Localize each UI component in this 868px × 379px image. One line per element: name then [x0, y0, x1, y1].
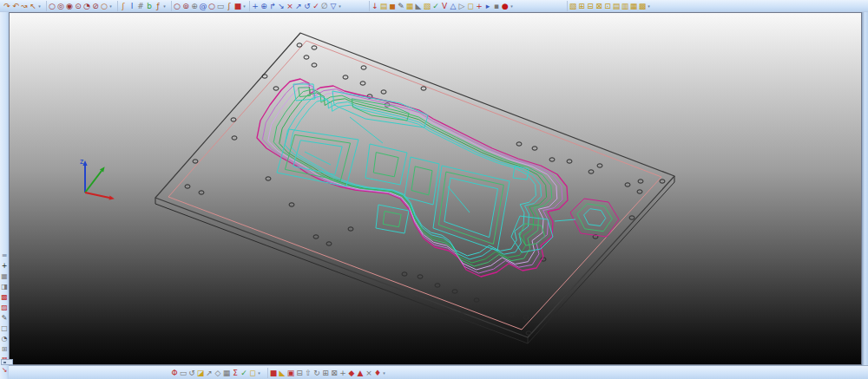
circle-center-radius-tool-icon[interactable]: ○: [48, 1, 56, 11]
annotation-tool-icon[interactable]: @: [199, 1, 207, 11]
group-overflow-chevron[interactable]: ▾: [162, 1, 167, 11]
toolbar-grip-icon[interactable]: ≡: [0, 251, 9, 261]
line-tool-icon[interactable]: ↖: [29, 1, 37, 11]
layer-grid-icon[interactable]: ▩: [638, 1, 647, 11]
delete-entity-tool-icon[interactable]: ×: [286, 1, 294, 11]
drill-operation-icon[interactable]: ↓: [371, 1, 379, 11]
run-cycle-icon[interactable]: ●: [501, 1, 510, 11]
sim-collision-check-icon[interactable]: ◆: [347, 367, 356, 379]
crosshair-tool-icon[interactable]: +: [0, 261, 9, 271]
sim-target-view-icon[interactable]: ▣: [286, 367, 295, 379]
hatch-tool-icon[interactable]: #: [136, 1, 145, 11]
view-window-icon[interactable]: ◻: [248, 367, 257, 379]
ellipse-tool-icon[interactable]: ○: [100, 1, 108, 11]
workplane-toggle-icon[interactable]: ◨: [0, 282, 9, 292]
undo-transform-tool-icon[interactable]: ↺: [303, 1, 312, 11]
mirror-tool-icon[interactable]: ↗: [294, 1, 303, 11]
toolbar-drag-handle[interactable]: [1, 359, 13, 365]
history-tool-icon[interactable]: ◔: [0, 334, 9, 344]
tool-library-icon[interactable]: ▪: [492, 1, 501, 11]
rough-operation-icon[interactable]: △: [449, 1, 457, 11]
sim-tool-display-icon[interactable]: ♦: [373, 367, 382, 379]
v-carve-operation-icon[interactable]: V: [440, 1, 449, 11]
view-shaded-icon[interactable]: ◪: [196, 367, 205, 379]
view-isometric-icon[interactable]: ◇: [214, 367, 222, 379]
layer-delete-icon[interactable]: ⊠: [595, 1, 603, 11]
snap-grid-toggle-icon[interactable]: ▦: [0, 271, 9, 282]
face-operation-icon[interactable]: ▦: [405, 1, 414, 11]
view-sphere-icon[interactable]: Φ: [170, 367, 179, 379]
layer-remove-icon[interactable]: ⊟: [586, 1, 595, 11]
finish-operation-icon[interactable]: ▷: [457, 1, 466, 11]
view-stats-icon[interactable]: Σ: [231, 367, 240, 379]
point-tool-icon[interactable]: ○: [173, 1, 181, 11]
section-curve-tool-icon[interactable]: ʃ: [225, 1, 233, 11]
main-viewport[interactable]: z: [9, 12, 862, 365]
stop-record-tool-icon[interactable]: ■: [233, 1, 242, 11]
verify-toolpath-icon[interactable]: ✓: [431, 1, 440, 11]
sim-cancel-icon[interactable]: ×: [365, 367, 373, 379]
engrave-operation-icon[interactable]: ✎: [397, 1, 405, 11]
group-overflow-chevron[interactable]: ▾: [242, 1, 247, 11]
layer-list-icon[interactable]: ▤: [612, 1, 621, 11]
circle-tangent-tool-icon[interactable]: ⊙: [74, 1, 82, 11]
sim-rewind-icon[interactable]: ↻: [312, 367, 321, 379]
group-overflow-chevron[interactable]: ▾: [510, 1, 514, 11]
view-plane-icon[interactable]: ▭: [179, 367, 187, 379]
group-overflow-chevron[interactable]: ▾: [382, 368, 386, 378]
pencil-operation-icon[interactable]: ▧: [423, 1, 431, 11]
circle-concentric-tool-icon[interactable]: ◎: [56, 1, 65, 11]
layer-copy-icon[interactable]: ▦: [629, 1, 638, 11]
move-tool-icon[interactable]: +: [251, 1, 260, 11]
sketch-tool-icon[interactable]: ✎: [0, 313, 9, 323]
plane-operation-icon[interactable]: ◻: [466, 1, 475, 11]
layer-current-icon[interactable]: ⊡: [603, 1, 612, 11]
copy-rotate-tool-icon[interactable]: ⊕: [260, 1, 268, 11]
view-accept-icon[interactable]: ✓: [240, 367, 248, 379]
sim-move-tool-icon[interactable]: +: [339, 367, 347, 379]
intersection-point-tool-icon[interactable]: ⊕: [190, 1, 199, 11]
circle-trim-tool-icon[interactable]: ⊘: [91, 1, 100, 11]
function-curve-tool-icon[interactable]: ƒ: [154, 1, 162, 11]
rest-machining-operation-icon[interactable]: ◣: [414, 1, 423, 11]
apply-check-tool-icon[interactable]: ✓: [312, 1, 320, 11]
fixture-display-toggle-icon[interactable]: ▨: [0, 303, 9, 313]
center-point-tool-icon[interactable]: ○: [207, 1, 216, 11]
sim-section-icon[interactable]: ◣: [278, 367, 286, 379]
circle-filled-tool-icon[interactable]: ◉: [65, 1, 74, 11]
offset-tool-icon[interactable]: b: [145, 1, 154, 11]
sim-stock-view-icon[interactable]: ■: [269, 367, 278, 379]
stock-display-toggle-icon[interactable]: ▩: [0, 292, 9, 303]
polyline-tool-icon[interactable]: ↶: [11, 1, 20, 11]
pocket-operation-icon[interactable]: ▤: [379, 1, 388, 11]
view-grid-icon[interactable]: ▦: [222, 367, 231, 379]
circle-arc-tool-icon[interactable]: ◔: [82, 1, 91, 11]
point-on-curve-tool-icon[interactable]: ⊚: [181, 1, 190, 11]
layers-panel-toggle-icon[interactable]: ⊞: [0, 344, 9, 355]
sim-play-icon[interactable]: ▲: [356, 367, 365, 379]
setup-operation-icon[interactable]: +: [475, 1, 483, 11]
group-overflow-chevron[interactable]: ▾: [108, 1, 113, 11]
view-rotate-icon[interactable]: ↺: [187, 367, 196, 379]
fillet-tool-icon[interactable]: ʃ: [119, 1, 128, 11]
group-overflow-chevron[interactable]: ▾: [37, 1, 42, 11]
sim-step-up-icon[interactable]: ⇧: [304, 367, 312, 379]
group-overflow-chevron[interactable]: ▾: [257, 368, 261, 378]
view-pan-icon[interactable]: ↗: [205, 367, 214, 379]
layer-visibility-icon[interactable]: ▧: [569, 1, 577, 11]
project-tool-icon[interactable]: ▽: [329, 1, 338, 11]
rotate-tool-icon[interactable]: ↱: [268, 1, 277, 11]
translate-tool-icon[interactable]: ↘: [277, 1, 286, 11]
group-overflow-chevron[interactable]: ▾: [647, 1, 651, 11]
layer-new-icon[interactable]: ⊞: [577, 1, 586, 11]
rectangle-tool-icon[interactable]: ▭: [216, 1, 225, 11]
sim-add-step-icon[interactable]: ⊞: [321, 367, 330, 379]
sketch-edit-tool-icon[interactable]: □: [0, 323, 9, 334]
sim-stop-icon[interactable]: ⊠: [330, 367, 339, 379]
layer-move-icon[interactable]: ▥: [621, 1, 629, 11]
contour-operation-icon[interactable]: ◼: [388, 1, 397, 11]
spline-tool-icon[interactable]: ↷: [3, 1, 11, 11]
arc-segment-tool-icon[interactable]: ↝: [20, 1, 29, 11]
sim-remove-step-icon[interactable]: ⊟: [295, 367, 304, 379]
null-set-tool-icon[interactable]: ∅: [320, 1, 329, 11]
